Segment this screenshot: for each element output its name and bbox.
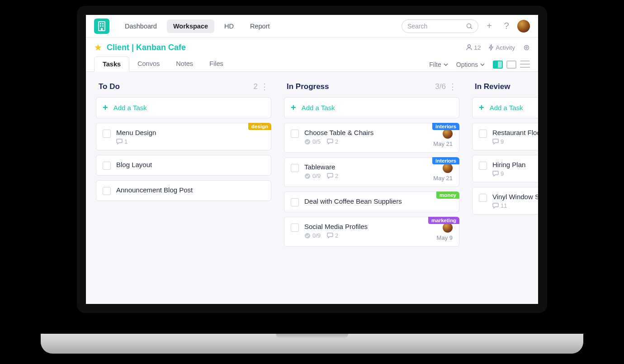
column-in-progress: In Progress3/6 ⋮+Add a TaskinteriorsChoo… — [284, 82, 459, 294]
task-card[interactable]: Vinyl Window Stickers11 — [472, 187, 538, 215]
nav-item-report[interactable]: Report — [244, 19, 276, 33]
task-card[interactable]: Announcement Blog Post — [96, 180, 271, 201]
svg-rect-4 — [102, 25, 104, 27]
column-title: In Progress — [287, 82, 329, 91]
split-view-icon[interactable] — [506, 61, 516, 69]
main-nav: DashboardWorkspaceHDReport — [118, 19, 276, 33]
activity-link[interactable]: Activity — [489, 44, 515, 51]
task-card[interactable]: designMenu Design1 — [96, 123, 271, 150]
assignee-avatar[interactable] — [443, 163, 453, 173]
task-card[interactable]: Hiring Plan9 — [472, 155, 538, 182]
plus-icon: + — [479, 103, 484, 113]
column-to-do: To Do2 ⋮+Add a TaskdesignMenu Design1Blo… — [96, 82, 271, 294]
nav-item-dashboard[interactable]: Dashboard — [118, 19, 163, 33]
search-input[interactable]: Search — [402, 19, 478, 33]
tab-files[interactable]: Files — [201, 56, 232, 71]
task-checkbox[interactable] — [291, 198, 299, 206]
task-checkbox[interactable] — [103, 187, 111, 195]
svg-rect-5 — [101, 28, 103, 30]
app-logo[interactable] — [94, 19, 109, 34]
comment-count: 1 — [116, 138, 128, 145]
options-dropdown[interactable]: Options — [456, 61, 485, 68]
chevron-down-icon — [480, 63, 485, 66]
task-checkbox[interactable] — [103, 130, 111, 138]
person-icon — [466, 44, 472, 51]
add-task-button[interactable]: +Add a Task — [472, 97, 538, 118]
task-title: Restaurant Floor Plan — [492, 129, 538, 136]
content-tabs: TasksConvosNotesFiles Filte Options — [86, 56, 538, 72]
comment-count: 2 — [327, 173, 338, 179]
svg-line-7 — [471, 27, 473, 29]
comment-count: 11 — [492, 202, 507, 209]
card-tag: marketing — [428, 217, 459, 224]
comment-count: 9 — [492, 138, 504, 145]
subtask-count: 0/9 — [304, 173, 321, 179]
task-checkbox[interactable] — [291, 164, 299, 172]
task-checkbox[interactable] — [479, 162, 487, 170]
tab-tasks[interactable]: Tasks — [94, 56, 129, 72]
task-card[interactable]: interiorsTableware0/92May 21 — [284, 157, 459, 187]
bolt-icon — [489, 44, 494, 51]
people-count[interactable]: 12 — [466, 44, 481, 51]
search-icon — [466, 23, 473, 29]
task-title: Blog Layout — [116, 161, 265, 168]
due-date: May 21 — [433, 175, 453, 182]
task-card[interactable]: marketingSocial Media Profiles0/92May 9 — [284, 217, 459, 247]
add-task-label: Add a Task — [490, 104, 523, 112]
star-icon[interactable]: ★ — [94, 42, 102, 53]
comment-count: 2 — [327, 138, 338, 145]
task-title: Social Media Profiles — [304, 223, 431, 230]
task-checkbox[interactable] — [103, 162, 111, 170]
task-title: Deal with Coffee Bean Suppliers — [304, 197, 453, 205]
svg-point-6 — [467, 23, 471, 28]
card-tag: design — [248, 123, 271, 130]
task-title: Announcement Blog Post — [116, 186, 265, 194]
assignee-avatar[interactable] — [443, 129, 453, 139]
add-button[interactable]: + — [483, 20, 496, 33]
user-avatar[interactable] — [517, 20, 530, 33]
task-checkbox[interactable] — [291, 130, 299, 138]
plus-icon: + — [291, 103, 296, 113]
task-card[interactable]: interiorsChoose Table & Chairs0/52May 21 — [284, 123, 459, 153]
svg-rect-1 — [100, 23, 101, 24]
task-card[interactable]: Restaurant Floor Plan9 — [472, 123, 538, 150]
filter-dropdown[interactable]: Filte — [429, 61, 448, 68]
column-menu-icon[interactable]: ⋮ — [449, 82, 457, 92]
task-title: Choose Table & Chairs — [304, 129, 428, 136]
card-tag: interiors — [432, 157, 459, 164]
card-tag: money — [436, 191, 459, 199]
subtask-count: 0/5 — [304, 138, 321, 145]
tab-notes[interactable]: Notes — [168, 56, 201, 71]
svg-point-9 — [525, 45, 529, 50]
tab-convos[interactable]: Convos — [129, 56, 168, 71]
task-card[interactable]: moneyDeal with Coffee Bean Suppliers — [284, 191, 459, 212]
task-title: Hiring Plan — [492, 161, 538, 168]
assignee-avatar[interactable] — [443, 223, 453, 233]
column-menu-icon[interactable]: ⋮ — [260, 82, 269, 92]
subtask-count: 0/9 — [304, 232, 321, 239]
column-count: 2 — [254, 82, 258, 91]
help-button[interactable]: ? — [500, 20, 513, 33]
client-title: Client | Kanban Cafe — [107, 43, 186, 52]
comment-count: 9 — [492, 170, 504, 177]
client-header: ★ Client | Kanban Cafe 12 Activity — [86, 37, 538, 53]
nav-item-workspace[interactable]: Workspace — [167, 19, 214, 33]
kanban-view-icon[interactable] — [493, 61, 503, 69]
card-tag: interiors — [432, 123, 459, 130]
nav-item-hd[interactable]: HD — [218, 19, 240, 33]
column-in-review: In Review ⋮+Add a TaskRestaurant Floor P… — [472, 82, 538, 294]
task-checkbox[interactable] — [291, 224, 299, 232]
task-checkbox[interactable] — [479, 130, 487, 138]
add-task-button[interactable]: +Add a Task — [284, 97, 459, 118]
chevron-down-icon — [444, 63, 448, 66]
svg-point-8 — [468, 45, 471, 47]
list-view-icon[interactable] — [520, 61, 530, 69]
add-task-label: Add a Task — [113, 104, 147, 112]
due-date: May 9 — [437, 234, 453, 241]
svg-rect-2 — [102, 23, 104, 24]
task-checkbox[interactable] — [479, 194, 487, 202]
add-task-button[interactable]: +Add a Task — [96, 97, 271, 118]
task-card[interactable]: Blog Layout — [96, 155, 271, 176]
search-placeholder: Search — [407, 23, 427, 30]
settings-icon[interactable] — [523, 44, 530, 51]
